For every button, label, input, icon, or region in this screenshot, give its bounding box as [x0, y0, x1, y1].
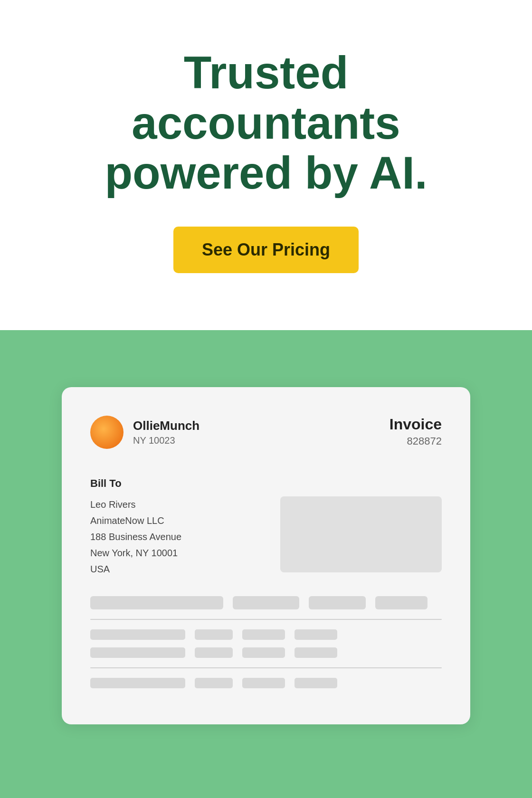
bill-to-company: AnimateNow LLC: [90, 513, 181, 529]
bill-to-address-line2: New York, NY 10001: [90, 545, 181, 561]
table-cell-qty-2: [195, 647, 233, 658]
cta-button[interactable]: See Our Pricing: [173, 227, 359, 273]
hero-title: Trusted accountants powered by AI.: [52, 48, 480, 198]
bill-to-country: USA: [90, 561, 181, 577]
company-name: OllieMunch: [133, 418, 200, 433]
table-divider-1: [90, 619, 442, 620]
bill-to-address-line1: 188 Business Avenue: [90, 529, 181, 545]
invoice-label: Invoice: [390, 416, 442, 433]
table-cell-rate-2: [242, 647, 285, 658]
table-cell-desc-3: [90, 678, 185, 688]
table-header-rate: [309, 596, 366, 609]
invoice-card: OllieMunch NY 10023 Invoice 828872 Bill …: [62, 387, 470, 724]
table-header-amount: [375, 596, 428, 609]
green-section: OllieMunch NY 10023 Invoice 828872 Bill …: [0, 330, 532, 798]
table-row-2: [90, 647, 442, 658]
bill-to-label: Bill To: [90, 477, 442, 490]
bill-to-name: Leo Rivers: [90, 496, 181, 513]
invoice-number: 828872: [390, 435, 442, 447]
table-cell-amount-3: [294, 678, 337, 688]
company-location: NY 10023: [133, 435, 200, 446]
table-header-row: [90, 596, 442, 609]
table-cell-desc-1: [90, 629, 185, 640]
table-cell-rate-1: [242, 629, 285, 640]
table-cell-amount-2: [294, 647, 337, 658]
bill-to-content: Leo Rivers AnimateNow LLC 188 Business A…: [90, 496, 442, 577]
table-cell-amount-1: [294, 629, 337, 640]
bill-to-details: Leo Rivers AnimateNow LLC 188 Business A…: [90, 496, 181, 577]
company-info: OllieMunch NY 10023: [90, 416, 200, 449]
table-header-qty: [233, 596, 299, 609]
table-row-3: [90, 678, 442, 688]
bill-to-section: Bill To Leo Rivers AnimateNow LLC 188 Bu…: [90, 477, 442, 577]
table-header-description: [90, 596, 223, 609]
table-cell-rate-3: [242, 678, 285, 688]
hero-section: Trusted accountants powered by AI. See O…: [0, 0, 532, 330]
company-details: OllieMunch NY 10023: [133, 418, 200, 446]
table-cell-qty-1: [195, 629, 233, 640]
table-cell-desc-2: [90, 647, 185, 658]
invoice-header: OllieMunch NY 10023 Invoice 828872: [90, 416, 442, 449]
table-cell-qty-3: [195, 678, 233, 688]
invoice-placeholder-box: [280, 496, 442, 572]
company-logo: [90, 416, 124, 449]
table-divider-2: [90, 667, 442, 668]
table-section: [90, 596, 442, 688]
table-row-1: [90, 629, 442, 640]
invoice-title-block: Invoice 828872: [390, 416, 442, 447]
